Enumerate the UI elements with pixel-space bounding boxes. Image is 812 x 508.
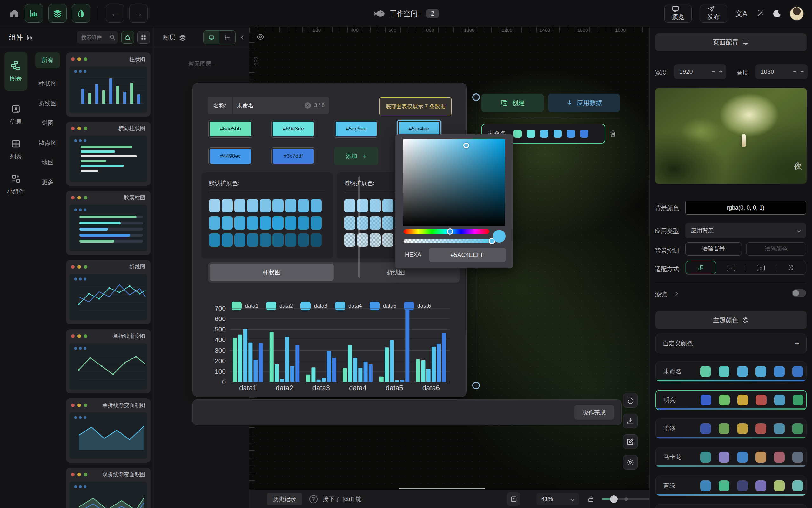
transparent-extension-swatch[interactable] <box>370 199 381 212</box>
extension-swatch[interactable] <box>209 199 220 212</box>
create-button[interactable]: 创建 <box>481 94 544 112</box>
extension-swatch[interactable] <box>272 234 284 247</box>
eye-icon[interactable] <box>256 33 264 41</box>
width-stepper[interactable]: 1920 − + <box>674 65 726 79</box>
edit-tool-button[interactable] <box>623 434 638 449</box>
filter-item-柱状图[interactable]: 柱状图 <box>39 80 57 88</box>
hue-slider-handle[interactable] <box>447 228 453 235</box>
undo-button[interactable]: ← <box>106 4 124 23</box>
preview-button[interactable]: 预览 <box>664 5 692 23</box>
publish-button[interactable]: 发布 <box>700 5 727 23</box>
page-config-header[interactable]: 页面配置 <box>655 33 807 51</box>
extension-swatch[interactable] <box>234 199 246 212</box>
extension-swatch[interactable] <box>222 216 233 229</box>
redo-button[interactable]: → <box>129 4 148 23</box>
theme-row-马卡龙[interactable]: 马卡龙 <box>655 447 807 467</box>
help-icon[interactable]: ? <box>309 495 317 503</box>
save-tool-button[interactable] <box>623 414 638 428</box>
theme-mode-button[interactable] <box>72 4 90 23</box>
height-stepper[interactable]: 1080 − + <box>756 65 808 79</box>
page-background-preview[interactable]: 夜 <box>655 88 807 183</box>
plus-icon[interactable]: + <box>717 68 726 75</box>
extension-swatch[interactable] <box>310 199 322 212</box>
clear-name-icon[interactable]: ✕ <box>304 102 311 109</box>
thumbnail-折线图[interactable]: 折线图 <box>66 260 151 324</box>
thumbnail-横向柱状图[interactable]: 横向柱状图 <box>66 122 151 186</box>
lock-view-button[interactable] <box>121 31 134 44</box>
add-custom-color-icon[interactable]: + <box>795 339 799 348</box>
dark-mode-moon-icon[interactable] <box>773 9 781 18</box>
thumbnail-柱状图[interactable]: 柱状图 <box>66 52 151 117</box>
transparent-extension-swatch[interactable] <box>382 234 393 247</box>
sidebar-item-info[interactable]: 信息 <box>10 104 22 126</box>
color-chip-#3c7ddf[interactable]: #3c7ddf <box>271 147 315 165</box>
sidebar-item-charts[interactable]: 图表 <box>4 52 27 91</box>
extension-swatch[interactable] <box>209 216 220 229</box>
tab-bar-chart[interactable]: 柱状图 <box>210 264 334 281</box>
bg-color-field[interactable]: rgba(0, 0, 0, 1) <box>685 201 806 215</box>
theme-row-partial[interactable] <box>655 504 807 508</box>
history-button[interactable]: 历史记录 <box>267 493 302 505</box>
settings-tool-button[interactable] <box>623 455 638 470</box>
fit-height-button[interactable]: ↕ <box>746 265 776 271</box>
clear-background-button[interactable]: 清除背景 <box>685 242 742 256</box>
extension-swatch[interactable] <box>272 216 284 229</box>
color-chip-#5ac5ee[interactable]: #5ac5ee <box>334 120 378 138</box>
hand-tool-button[interactable] <box>623 393 638 408</box>
app-type-select[interactable]: 应用背景 <box>685 222 806 239</box>
name-input[interactable] <box>233 102 304 109</box>
extension-swatch[interactable] <box>285 216 296 229</box>
theme-row-明亮[interactable]: 明亮 <box>655 390 807 410</box>
zoom-slider[interactable] <box>602 498 649 500</box>
workspace-badge[interactable]: 2 <box>426 9 439 18</box>
saturation-area[interactable] <box>403 139 505 226</box>
theme-row-暗淡[interactable]: 暗淡 <box>655 419 807 439</box>
guide-handle-top[interactable] <box>472 93 480 101</box>
color-chip-#4498ec[interactable]: #4498ec <box>208 147 252 165</box>
guide-handle-bottom[interactable] <box>472 382 480 389</box>
home-icon[interactable] <box>9 8 20 19</box>
apply-data-button[interactable]: 应用数据 <box>548 94 620 112</box>
transparent-extension-swatch[interactable] <box>382 199 393 212</box>
transparent-extension-swatch[interactable] <box>344 234 355 247</box>
sidebar-item-widgets[interactable]: 小组件 <box>7 174 25 196</box>
extension-swatch[interactable] <box>247 234 258 247</box>
add-color-button[interactable]: 添加+ <box>334 147 378 165</box>
extension-swatch[interactable] <box>247 199 258 212</box>
saturation-cursor[interactable] <box>463 142 469 148</box>
plus-icon[interactable]: + <box>799 68 808 75</box>
thumbnail-单折线渐变面积图[interactable]: 单折线渐变面积图 <box>66 398 151 463</box>
thumbnail-双折线渐变面积图[interactable]: 双折线渐变面积图 <box>66 468 151 508</box>
theme-colors-header[interactable]: 主题颜色 <box>655 311 807 329</box>
minus-icon[interactable]: − <box>710 68 717 75</box>
grid-view-button[interactable] <box>137 31 150 44</box>
layers-mode-button[interactable] <box>48 4 67 23</box>
custom-color-card[interactable]: 自定义颜色 + <box>655 334 807 353</box>
chevron-right-icon[interactable] <box>674 292 678 296</box>
filter-item-更多[interactable]: 更多 <box>42 178 54 186</box>
scrollbar-thumb[interactable] <box>358 176 360 278</box>
extension-swatch[interactable] <box>234 216 246 229</box>
extension-swatch[interactable] <box>285 234 296 247</box>
extension-swatch[interactable] <box>298 199 309 212</box>
extension-swatch[interactable] <box>222 199 233 212</box>
language-icon[interactable]: 文A <box>735 9 747 18</box>
filter-item-散点图[interactable]: 散点图 <box>39 139 57 147</box>
extension-swatch[interactable] <box>272 199 284 212</box>
hue-slider[interactable] <box>403 229 489 234</box>
transparent-extension-swatch[interactable] <box>370 216 381 229</box>
fit-scale-button[interactable] <box>686 261 716 274</box>
extension-swatch[interactable] <box>298 234 309 247</box>
filter-item-折线图[interactable]: 折线图 <box>39 99 57 108</box>
magic-wand-icon[interactable] <box>756 9 764 18</box>
thumbnail-单折线渐变图[interactable]: 单折线渐变图 <box>66 329 151 393</box>
layers-view-screen-button[interactable] <box>204 31 219 44</box>
filter-toggle[interactable] <box>792 289 806 297</box>
done-button[interactable]: 操作完成 <box>574 405 614 420</box>
alpha-slider[interactable] <box>403 239 495 243</box>
collapse-panel-icon[interactable] <box>241 35 245 39</box>
avatar[interactable] <box>790 7 804 20</box>
minus-icon[interactable]: − <box>791 68 799 75</box>
chart-mode-button[interactable] <box>25 4 43 23</box>
extension-swatch[interactable] <box>298 216 309 229</box>
